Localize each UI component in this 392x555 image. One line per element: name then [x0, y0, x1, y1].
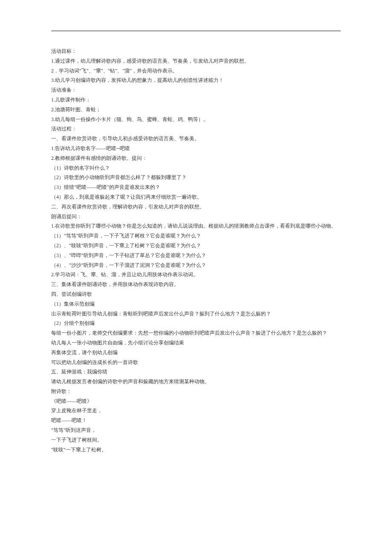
text-line: （2）、"吱吱"听到声音，一下窜上了松树？它会是谁呢？为什么？: [51, 241, 341, 251]
text-line: 幼儿每人一张小动物图片自由编，先小组讨论分享创编结果: [51, 338, 341, 348]
text-line: 《吧喳——吧喳》: [51, 396, 341, 406]
text-line: 1.在诗歌里你听到了哪些小动物？你是怎么知道的，请幼儿说说理由。根据幼儿的猜测教…: [51, 221, 341, 231]
text-line: （4）、"沙沙"听到声音，一下子溜进了泥洞？它会是谁呢？为什么？: [51, 260, 341, 270]
text-line: 2．学习动词"飞"、"窜"、"钻"、"溜"，并会用动作表示。: [51, 66, 341, 76]
text-line: 吧喳——吧喳！: [51, 416, 341, 425]
text-line: 一、看课件欣赏诗歌，引导幼儿初步感受诗歌的语言美、节奏美。: [51, 134, 341, 144]
text-line: 一下子飞进了树枝间。: [51, 435, 341, 445]
text-line: 每组一份小图片，老师交代创编要求：先想一想你编的小动物听到吧喳声后发出什么声音？…: [51, 328, 341, 338]
text-line: 1.通过课件，幼儿理解诗歌内容，感受诗歌的语言美、节奏美，引发幼儿对声音的联想。: [51, 56, 341, 66]
text-line: （3）、"哔哔"听到声音，一下子钻进了草丛？它会是谁呢？为什么？: [51, 251, 341, 260]
text-line: （2）诗歌里的小动物听到声音都怎么样了？都躲到哪里了？: [51, 173, 341, 182]
text-line: "吱吱"一下窜上了松树。: [51, 445, 341, 455]
text-line: 朗诵后提问：: [51, 212, 341, 222]
text-line: （1）"笃笃"听到声音，一下子飞进了树枝？它会是谁呢？为什么？: [51, 231, 341, 241]
text-line: 再集体交流，请个别幼儿创编: [51, 348, 341, 358]
text-line: 3.幼儿学习创编诗歌内容，发挥幼儿的想象力，提高幼儿的创造性讲述能力！: [51, 75, 341, 85]
text-line: 活动过程：: [51, 124, 341, 134]
text-line: "笃笃"听到这声音，: [51, 425, 341, 435]
text-line: 2.池塘荷叶图、青蛙；: [51, 105, 341, 115]
text-line: （4）那么，到底是谁躲起来了呢？让我们再来仔细欣赏一遍诗歌。: [51, 192, 341, 202]
text-line: 四、尝试创编诗歌: [51, 289, 341, 299]
text-line: 1.儿歌课件制作；: [51, 95, 341, 105]
text-line: 三、集体看课件朗诵诗歌，并用肢体动作表现诗歌内容。: [51, 280, 341, 289]
text-line: 出示青蛙荷叶图引导幼儿创编：青蛙听到吧喳声后发出什么声音？躲到了什么地方？是怎么…: [51, 309, 341, 319]
text-line: 活动准备：: [51, 85, 341, 95]
text-line: （1）诗歌的名字叫什么？: [51, 163, 341, 173]
text-line: 二、再次看课件欣赏诗歌，理解诗歌内容，引发幼儿对声音的联想。: [51, 202, 341, 212]
text-line: （2）分组个别创编: [51, 318, 341, 328]
document-body: 活动目标：1.通过课件，幼儿理解诗歌内容，感受诗歌的语言美、节奏美，引发幼儿对声…: [51, 46, 341, 454]
text-line: 附诗歌：: [51, 387, 341, 396]
text-line: （1）集体示范创编: [51, 299, 341, 309]
text-line: 请幼儿根据发言者创编的诗歌中的声音和躲藏的地方来猜测某种动物。: [51, 377, 341, 387]
text-line: 五、延伸游戏：我编你猜: [51, 367, 341, 377]
text-line: 可以把幼儿创编的连成长长的一首诗歌: [51, 358, 341, 367]
text-line: 2.学习动词：飞、窜、钻、溜，并且让幼儿用肢体动作表示动词。: [51, 270, 341, 280]
text-line: 1.告诉幼儿诗歌名字——吧喳--吧喳: [51, 144, 341, 153]
text-line: 3.幼儿每组一份操作小卡片（猫、狗、鸟、蜜蜂、青蛙、鸡、鸭等）。: [51, 115, 341, 124]
text-line: 穿上皮靴在林子里走，: [51, 406, 341, 416]
horizontal-rule: [51, 31, 341, 31]
text-line: 2.教师根据课件有感情的朗诵诗歌。提问：: [51, 153, 341, 163]
text-line: （3）猜猜"吧喳——吧喳"的声音是谁发出来的？: [51, 182, 341, 192]
text-line: 活动目标：: [51, 46, 341, 56]
